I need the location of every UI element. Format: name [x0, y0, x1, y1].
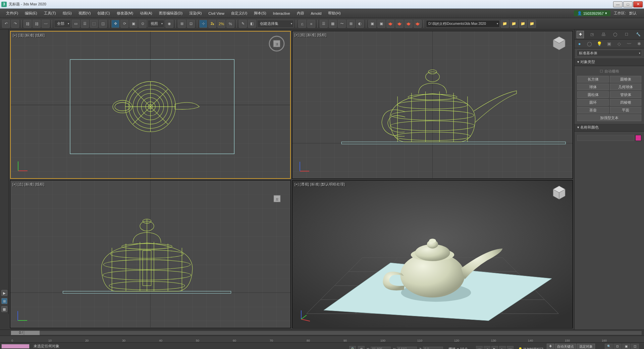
- select-rotate-button[interactable]: ⟳: [120, 20, 128, 28]
- trackview-button[interactable]: ▶: [1, 290, 7, 296]
- isolate-indicator[interactable]: 💡添加时间标记: [518, 347, 543, 349]
- time-slider-thumb[interactable]: [24, 331, 40, 335]
- redo-button[interactable]: ↷: [11, 20, 19, 28]
- utilities-tab[interactable]: 🔧: [635, 31, 642, 38]
- bind-spacewarp-button[interactable]: 〰: [42, 20, 50, 28]
- window-crossing-button[interactable]: ◫: [99, 20, 107, 28]
- viewport-layout-button[interactable]: ⊞: [1, 298, 7, 304]
- close-button[interactable]: ✕: [633, 1, 643, 7]
- viewport-label[interactable]: [+] [顶] [标准] [线框]: [13, 33, 45, 38]
- viewport-front[interactable]: [+] [前] [标准] [线框]: [292, 31, 573, 179]
- viewport-top[interactable]: [+] [顶] [标准] [线框] 顶: [10, 31, 291, 179]
- undo-button[interactable]: ↶: [2, 20, 10, 28]
- zoom-extents-button[interactable]: ▣: [622, 344, 630, 349]
- viewport-label[interactable]: [+] [左] [标准] [线框]: [12, 182, 44, 187]
- minimize-button[interactable]: —: [613, 1, 623, 7]
- layer-explorer-button[interactable]: ☰: [320, 20, 328, 28]
- workspace-dropdown[interactable]: 默认: [629, 11, 641, 16]
- textplus-button[interactable]: 加强型文本: [577, 114, 641, 121]
- viewport-left[interactable]: [+] [左] [标准] [线框] 左: [10, 180, 291, 328]
- rollout-name-color[interactable]: ▾ 名称和颜色: [575, 123, 644, 132]
- spinner-snap-button[interactable]: %: [226, 20, 234, 28]
- viewcube-icon[interactable]: [551, 35, 567, 51]
- status-swatch[interactable]: [1, 344, 30, 349]
- mirror-tool-button[interactable]: ⎌: [298, 20, 306, 28]
- material-editor-button[interactable]: ◐: [356, 20, 364, 28]
- select-object-button[interactable]: ▭: [72, 20, 80, 28]
- play-button[interactable]: ▶: [491, 346, 498, 349]
- unlink-button[interactable]: ⛓: [33, 20, 41, 28]
- open-folder-button[interactable]: 📁: [501, 20, 509, 28]
- curve-editor-button[interactable]: 〜: [338, 20, 346, 28]
- menu-tools[interactable]: 工具(T): [41, 9, 59, 17]
- rendered-frame-button[interactable]: ▣: [377, 20, 385, 28]
- menu-grapheditors[interactable]: 图形编辑器(D): [156, 9, 186, 17]
- align-button[interactable]: ≡: [307, 20, 315, 28]
- plane-button[interactable]: 平面: [610, 107, 641, 113]
- menu-create[interactable]: 创建(C): [94, 9, 113, 17]
- select-move-button[interactable]: ✥: [111, 20, 119, 28]
- render-activeshade-button[interactable]: 🫖: [405, 20, 413, 28]
- viewcube-icon[interactable]: [551, 185, 567, 201]
- zoom-all-button[interactable]: ⊡: [613, 344, 622, 349]
- maximize-button[interactable]: □: [623, 1, 633, 7]
- use-pivot-button[interactable]: ◉: [165, 20, 173, 28]
- menu-rendering[interactable]: 渲染(R): [186, 9, 205, 17]
- create-tab[interactable]: ✚: [577, 31, 584, 38]
- autogrid-checkbox[interactable]: ☐自动栅格: [577, 68, 641, 76]
- hierarchy-tab[interactable]: 品: [600, 31, 607, 38]
- y-field[interactable]: 6.597: [397, 347, 417, 349]
- systems-icon[interactable]: ✱: [636, 41, 642, 47]
- toggle-ribbon-button[interactable]: ▦: [329, 20, 337, 28]
- viewcube-icon[interactable]: 左: [269, 191, 285, 207]
- menu-arnold[interactable]: Arnold: [308, 10, 325, 17]
- menu-edit[interactable]: 编辑(E): [21, 9, 41, 17]
- viewport-label[interactable]: [+] [透视] [标准] [默认明暗处理]: [294, 182, 345, 187]
- object-color-swatch[interactable]: [635, 135, 641, 141]
- percent-snap-button[interactable]: 2%: [217, 20, 225, 28]
- render-setup-button[interactable]: ▣: [368, 20, 376, 28]
- mirror-button[interactable]: ◧: [248, 20, 256, 28]
- goto-start-button[interactable]: ⏮: [476, 346, 483, 349]
- menu-animation[interactable]: 动画(A): [137, 9, 156, 17]
- select-manipulate-button[interactable]: ⊞: [178, 20, 186, 28]
- cone-button[interactable]: 圆锥体: [610, 76, 641, 83]
- zoom-button[interactable]: 🔍: [605, 344, 613, 349]
- box-button[interactable]: 长方体: [577, 76, 609, 83]
- schematic-view-button[interactable]: ⊞: [347, 20, 355, 28]
- teapot-button[interactable]: 茶壶: [577, 107, 609, 113]
- menu-modifiers[interactable]: 修改器(M): [113, 9, 137, 17]
- autokey-button[interactable]: 自动关键点: [555, 344, 576, 349]
- transform-gizmo-icon[interactable]: ⊕: [358, 346, 365, 349]
- time-slider[interactable]: [40, 331, 642, 335]
- edit-named-sel-button[interactable]: ✎: [239, 20, 247, 28]
- menu-civilview[interactable]: Civil View: [205, 10, 227, 17]
- snap-toggle-button[interactable]: ⊹: [199, 20, 207, 28]
- pyramid-button[interactable]: 四棱锥: [610, 99, 641, 106]
- viewport-perspective[interactable]: [+] [透视] [标准] [默认明暗处理]: [292, 180, 573, 328]
- select-by-name-button[interactable]: ☰: [81, 20, 89, 28]
- z-field[interactable]: 0.0: [423, 347, 443, 349]
- select-scale-button[interactable]: ▣: [129, 20, 138, 28]
- goto-end-button[interactable]: ⏭: [507, 346, 514, 349]
- x-field[interactable]: 91.895: [371, 347, 391, 349]
- display-tab[interactable]: ☐: [623, 31, 630, 38]
- named-selection-dropdown[interactable]: 创建选择集: [257, 20, 294, 28]
- lock-selection-icon[interactable]: 🔒: [349, 346, 356, 349]
- lights-icon[interactable]: 💡: [596, 41, 602, 47]
- torus-button[interactable]: 圆环: [577, 99, 609, 106]
- next-frame-button[interactable]: ▸: [499, 346, 506, 349]
- menu-interactive[interactable]: Interactive: [270, 10, 293, 17]
- modify-tab[interactable]: ◳: [588, 31, 596, 38]
- project-path-dropdown[interactable]: D:\我的文档\Documents\3ds Max 2020: [426, 20, 500, 28]
- set-project-button[interactable]: 📁: [510, 20, 518, 28]
- selection-filter-dropdown[interactable]: 全部: [54, 20, 71, 28]
- select-region-button[interactable]: ⬚: [90, 20, 98, 28]
- refcoord-dropdown[interactable]: 视图: [148, 20, 164, 28]
- user-account-button[interactable]: 👤1503392957▾: [574, 10, 610, 16]
- keyboard-shortcut-button[interactable]: ⊡: [187, 20, 195, 28]
- select-place-button[interactable]: ⊙: [139, 20, 147, 28]
- angle-snap-button[interactable]: 2₂: [208, 20, 216, 28]
- menu-group[interactable]: 组(G): [59, 9, 75, 17]
- menu-content[interactable]: 内容: [293, 9, 308, 17]
